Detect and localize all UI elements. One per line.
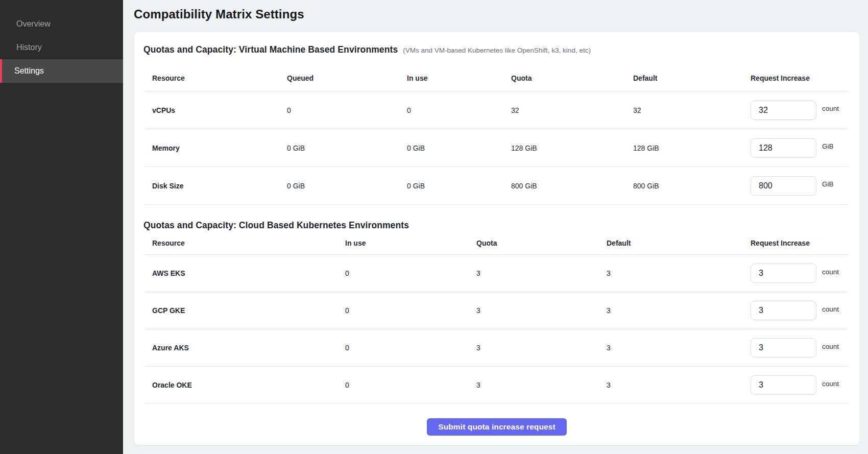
column-header: In use: [407, 74, 511, 82]
resource-name: vCPUs: [145, 106, 287, 114]
request-increase-cell: GiB: [751, 176, 849, 196]
vm-quota-table: ResourceQueuedIn useQuotaDefaultRequest …: [145, 65, 849, 205]
table-body: vCPUs003232countMemory0 GiB0 GiB128 GiB1…: [145, 91, 849, 205]
column-header: Quota: [476, 239, 607, 247]
quota-request-input[interactable]: [751, 264, 816, 283]
unit-label: count: [822, 380, 839, 388]
quota-value: 800 GiB: [511, 182, 633, 190]
resource-name: Azure AKS: [145, 344, 345, 352]
request-increase-cell: count: [751, 301, 849, 320]
sidebar-item-history[interactable]: History: [0, 36, 123, 59]
resource-name: Memory: [145, 144, 287, 152]
table-body: AWS EKS033countGCP GKE033countAzure AKS0…: [145, 255, 849, 404]
card-footer: Submit quota increase request: [143, 418, 850, 436]
column-header: Queued: [287, 74, 407, 82]
column-header: Request Increase: [751, 239, 849, 247]
unit-label: count: [822, 343, 839, 350]
cloud-section-header: Quotas and Capacity: Cloud Based Kuberne…: [143, 219, 850, 231]
quota-value: 0 GiB: [407, 144, 511, 152]
quota-value: 3: [607, 269, 751, 277]
page-title: Compatibility Matrix Settings: [134, 8, 860, 21]
quota-value: 128 GiB: [511, 144, 633, 152]
table-row: vCPUs003232count: [145, 91, 849, 129]
quota-value: 3: [476, 381, 607, 389]
resource-name: Disk Size: [145, 182, 287, 190]
column-header: Default: [633, 74, 751, 82]
submit-quota-increase-button[interactable]: Submit quota increase request: [427, 418, 566, 436]
quota-request-input[interactable]: [751, 338, 816, 357]
sidebar: Overview History Settings: [0, 0, 123, 454]
table-row: Oracle OKE033count: [145, 367, 849, 404]
request-increase-cell: count: [751, 101, 849, 120]
vm-section-header: Quotas and Capacity: Virtual Machine Bas…: [143, 43, 850, 57]
unit-label: count: [822, 268, 839, 276]
unit-label: count: [822, 105, 839, 112]
quota-request-input[interactable]: [751, 375, 816, 395]
cloud-quota-section: Quotas and Capacity: Cloud Based Kuberne…: [143, 219, 850, 404]
request-increase-cell: GiB: [751, 138, 849, 158]
quota-value: 0: [407, 106, 511, 114]
quota-value: 0 GiB: [287, 182, 407, 190]
main-content: Compatibility Matrix Settings Quotas and…: [123, 0, 868, 454]
section-subtitle: (VMs and VM-based Kubernetes like OpenSh…: [403, 44, 591, 57]
table-row: Memory0 GiB0 GiB128 GiB128 GiBGiB: [145, 129, 849, 167]
table-header-row: ResourceIn useQuotaDefaultRequest Increa…: [145, 231, 849, 255]
unit-label: GiB: [822, 180, 834, 188]
table-row: GCP GKE033count: [145, 292, 849, 329]
column-header: In use: [345, 239, 476, 247]
request-increase-cell: count: [751, 264, 849, 283]
quota-value: 0: [345, 381, 476, 389]
quota-value: 3: [607, 381, 751, 389]
sidebar-item-overview[interactable]: Overview: [0, 12, 123, 36]
column-header: Default: [607, 239, 751, 247]
request-increase-cell: count: [751, 338, 849, 357]
table-row: Disk Size0 GiB0 GiB800 GiB800 GiBGiB: [145, 167, 849, 205]
unit-label: count: [822, 305, 839, 313]
section-title: Quotas and Capacity: Virtual Machine Bas…: [143, 43, 398, 56]
quota-value: 3: [607, 306, 751, 315]
vm-quota-section: Quotas and Capacity: Virtual Machine Bas…: [143, 43, 850, 205]
sidebar-item-settings[interactable]: Settings: [0, 59, 123, 83]
sidebar-item-label: Overview: [16, 19, 51, 29]
quota-value: 0 GiB: [287, 144, 407, 152]
quota-value: 0: [345, 306, 476, 315]
quota-request-input[interactable]: [751, 301, 816, 320]
quota-value: 0: [287, 106, 407, 114]
section-title: Quotas and Capacity: Cloud Based Kuberne…: [143, 219, 409, 231]
quota-value: 3: [476, 344, 607, 352]
sidebar-item-label: History: [16, 43, 42, 52]
resource-name: GCP GKE: [145, 306, 345, 315]
quota-value: 32: [511, 106, 633, 114]
quota-value: 32: [633, 106, 751, 114]
column-header: Resource: [145, 239, 345, 247]
quota-request-input[interactable]: [751, 176, 816, 196]
quota-value: 3: [476, 306, 607, 315]
column-header: Resource: [145, 74, 287, 82]
resource-name: AWS EKS: [145, 269, 345, 277]
column-header: Quota: [511, 74, 633, 82]
quota-value: 0: [345, 344, 476, 352]
table-header-row: ResourceQueuedIn useQuotaDefaultRequest …: [145, 65, 849, 91]
quota-request-input[interactable]: [751, 101, 816, 120]
quota-value: 3: [607, 344, 751, 352]
cloud-quota-table: ResourceIn useQuotaDefaultRequest Increa…: [145, 231, 849, 404]
table-row: AWS EKS033count: [145, 255, 849, 292]
quota-request-input[interactable]: [751, 138, 816, 158]
quota-settings-card: Quotas and Capacity: Virtual Machine Bas…: [134, 32, 860, 445]
resource-name: Oracle OKE: [145, 381, 345, 389]
quota-value: 0: [345, 269, 476, 277]
quota-value: 800 GiB: [633, 182, 751, 190]
request-increase-cell: count: [751, 375, 849, 395]
table-row: Azure AKS033count: [145, 329, 849, 367]
quota-value: 128 GiB: [633, 144, 751, 152]
column-header: Request Increase: [751, 74, 849, 82]
unit-label: GiB: [822, 142, 834, 150]
sidebar-item-label: Settings: [14, 66, 44, 76]
quota-value: 3: [476, 269, 607, 277]
quota-value: 0 GiB: [407, 182, 511, 190]
